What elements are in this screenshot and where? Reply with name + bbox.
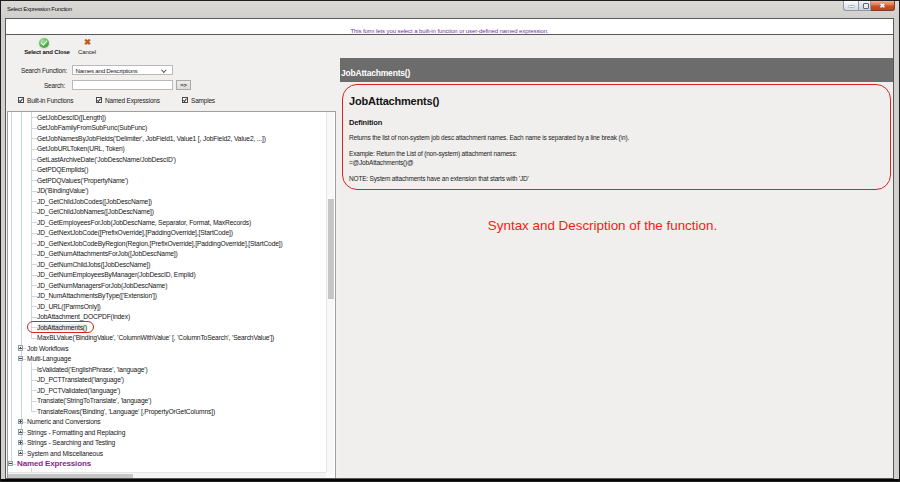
tree-viewport: GetJobDescID([Length])GetJobFamilyFromSu… <box>8 112 335 479</box>
tree-connector-line <box>31 306 37 307</box>
tree-connector-line <box>23 453 26 454</box>
search-go-button[interactable]: => <box>176 80 191 91</box>
tree-item[interactable]: GetJobFamilyFromSubFunc(SubFunc) <box>8 123 328 134</box>
tree-item[interactable]: JD_PCTTranslated('language') <box>8 375 328 386</box>
tree-item-label: IsValidated('EnglishPhrase', 'language') <box>37 366 148 373</box>
tree-item-label: Translate('StringToTranslate', 'language… <box>37 397 151 404</box>
checkbox-checked-icon[interactable] <box>96 97 102 103</box>
tree-item-label: JD_NumAttachmentsByType(['Extension']) <box>37 292 157 299</box>
tree-connector-line <box>31 285 37 286</box>
tree-item[interactable]: GetPDQValues('PropertyName') <box>8 175 328 186</box>
tree-item[interactable]: GetJobURLToken(URL, Token) <box>8 144 328 155</box>
tree-group[interactable]: Numeric and Conversions <box>8 417 328 428</box>
tree-item[interactable]: GetJobDescID([Length]) <box>8 112 328 123</box>
tree-item[interactable]: JD_GetNumEmployeesByManager(JobDescID, E… <box>8 270 328 281</box>
tree-item-label: JD('BindingValue') <box>37 187 88 194</box>
detail-pane: JobAttachments() JobAttachments() Defini… <box>340 58 894 480</box>
title-bar[interactable]: Select Expression Function <box>1 1 899 18</box>
tree-connector-line <box>31 264 37 265</box>
tree-connector-line <box>23 422 26 423</box>
tree-item[interactable]: JD_GetNextJobCode([PrefixOverride],[Padd… <box>8 228 328 239</box>
tree-item-label: JD_GetChildJobNames([JobDescName]) <box>37 208 154 215</box>
chevron-down-icon <box>162 67 167 72</box>
tree-item-label: JD_GetNumEmployeesByManager(JobDescID, E… <box>37 271 196 278</box>
tree-item[interactable]: IsValidated('EnglishPhrase', 'language') <box>8 364 328 375</box>
window-title: Select Expression Function <box>7 6 72 12</box>
tree-item-label: System and Miscellaneous <box>27 450 103 457</box>
tree-connector-line <box>13 464 16 465</box>
tree-scrollbar-corner <box>326 472 334 479</box>
maximize-button[interactable] <box>858 1 871 11</box>
close-button[interactable]: ✖ <box>871 1 895 11</box>
tree-connector-line <box>31 117 37 118</box>
tree-item[interactable]: GetJobNamesByJobFields('Delimiter', JobF… <box>8 133 328 144</box>
tree-group[interactable]: Job Workflows <box>8 343 328 354</box>
tree-connector-line <box>31 296 37 297</box>
tree-item-label: JD_GetNumAttachmentsForJob([JobDescName]… <box>37 250 178 257</box>
tree-item-label: JD_URL([ParmsOnly]) <box>37 303 101 310</box>
tree-item[interactable]: JD_GetChildJobCodes([JobDescName]) <box>8 196 328 207</box>
tree-item[interactable]: JD_GetNextJobCodeByRegion(Region,[Prefix… <box>8 238 328 249</box>
tree-item-label: JD_GetNumChildJobs([JobDescName]) <box>37 261 150 268</box>
definition-heading: Definition <box>349 118 382 127</box>
tree-connector-line <box>31 254 37 255</box>
tree-item[interactable]: JD('BindingValue') <box>8 186 328 197</box>
checkbox-checked-icon[interactable] <box>18 97 24 103</box>
tree-group[interactable]: Strings - Formatting and Replacing <box>8 427 328 438</box>
tree-item[interactable]: TranslateRows('Binding', 'Language' [,Pr… <box>8 406 328 417</box>
tree-group[interactable]: Strings - Searching and Testing <box>8 438 328 449</box>
tree-item-label: GetJobNamesByJobFields('Delimiter', JobF… <box>37 135 266 142</box>
tree-connector-line <box>31 317 37 318</box>
tree-connector-line <box>31 222 37 223</box>
search-function-label: Search Function: <box>6 67 67 74</box>
tree-connector-line <box>31 411 37 412</box>
tree-item-label: JD_PCTTranslated('language') <box>37 376 124 383</box>
tree-item-label: GetJobFamilyFromSubFunc(SubFunc) <box>37 124 147 131</box>
tree-connector-line <box>31 180 37 181</box>
tree-vertical-scrollbar[interactable] <box>326 112 334 479</box>
tree-item[interactable]: MaxBLValue('BindingValue', 'ColumnWithVa… <box>8 333 328 344</box>
tree-connector-line <box>23 348 26 349</box>
tree-item[interactable]: JD_URL([ParmsOnly]) <box>8 301 328 312</box>
tree-item-label: GetPDQValues('PropertyName') <box>37 177 128 184</box>
tree-vertical-scrollbar-thumb[interactable] <box>328 199 334 299</box>
search-function-dropdown[interactable]: Names and Descriptions <box>72 65 173 76</box>
tree-item-label: Job Workflows <box>27 345 68 352</box>
tree-item[interactable]: JD_NumAttachmentsByType(['Extension']) <box>8 291 328 302</box>
tree-item[interactable]: JD_GetEmployeesForJob(JobDescName, Separ… <box>8 217 328 228</box>
tree-item[interactable]: GetLastArchiveDate('JobDescName/JobDescI… <box>8 154 328 165</box>
minimize-button[interactable] <box>843 1 858 11</box>
tree-connector-line <box>31 243 37 244</box>
search-input[interactable] <box>72 80 173 91</box>
search-function-value: Names and Descriptions <box>76 67 138 74</box>
tree-item-label: GetJobDescID([Length]) <box>37 114 106 121</box>
checkbox-checked-icon[interactable] <box>182 97 188 103</box>
checkbox-label: Samples <box>191 97 215 104</box>
tree-item[interactable]: JD_GetNumAttachmentsForJob([JobDescName]… <box>8 249 328 260</box>
minimize-icon <box>848 5 855 8</box>
tree-connector-line <box>31 338 37 339</box>
tree-item[interactable]: JD_GetChildJobNames([JobDescName]) <box>8 207 328 218</box>
tree-group[interactable]: Multi-Language <box>8 354 328 365</box>
tree-root[interactable]: Named Expressions <box>8 459 328 470</box>
tree-item[interactable]: JD_PCTValidated('language') <box>8 385 328 396</box>
tree-item[interactable]: JD_GetNumChildJobs([JobDescName]) <box>8 259 328 270</box>
tree-item[interactable]: Translate('StringToTranslate', 'language… <box>8 396 328 407</box>
tree-item-label: GetPDQEmplids() <box>37 166 88 173</box>
function-name-heading: JobAttachments() <box>349 95 439 107</box>
search-label: Search: <box>6 82 65 89</box>
tree-item-label: Strings - Formatting and Replacing <box>27 429 125 436</box>
function-note: NOTE: System attachments have an extensi… <box>349 174 529 184</box>
tree-item[interactable]: GetPDQEmplids() <box>8 165 328 176</box>
function-example: Example: Return the List of (non-system)… <box>349 149 517 168</box>
tree-item-label: TranslateRows('Binding', 'Language' [,Pr… <box>37 408 215 415</box>
tree-item[interactable]: JD_GetNumManagersForJob(JobDescName) <box>8 280 328 291</box>
tree-horizontal-scrollbar[interactable] <box>8 472 327 479</box>
checkbox-label: Built-in Functions <box>27 97 73 104</box>
detail-header: JobAttachments() <box>340 58 894 83</box>
tree-group[interactable]: System and Miscellaneous <box>8 448 328 459</box>
tree-connector-line <box>23 443 26 444</box>
tree-connector-line <box>31 201 37 202</box>
tree-item-label: JobAttachment_DOCPDF(index) <box>37 313 130 320</box>
search-pane: Search Function: Names and Descriptions … <box>6 19 340 479</box>
